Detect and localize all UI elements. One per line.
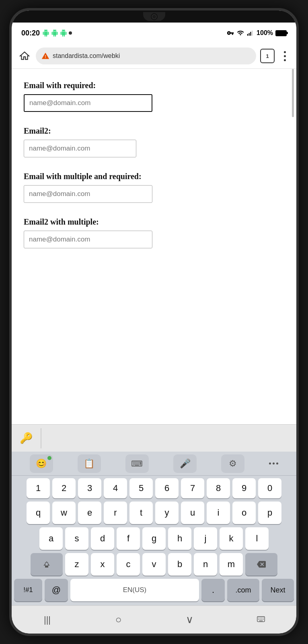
backspace-icon [256,560,267,569]
key-z[interactable]: z [65,553,88,576]
key-5[interactable]: 5 [129,478,153,498]
key-n[interactable]: n [194,553,217,576]
tab-button[interactable]: 1 [260,49,275,63]
email2-multiple-input[interactable] [24,231,152,248]
key-i[interactable]: i [207,502,230,524]
battery-icon [275,30,287,36]
key-3[interactable]: 3 [78,478,101,498]
key-e[interactable]: e [78,502,101,524]
android-icon-2 [51,29,58,37]
scrollbar-track [292,69,294,424]
key-b[interactable]: b [168,553,191,576]
keyboard-nav-icon [256,615,266,624]
email-required-input[interactable] [24,94,152,112]
key-a[interactable]: a [39,527,63,550]
svg-rect-3 [252,31,253,36]
key-u[interactable]: u [181,502,204,524]
key-8[interactable]: 8 [207,478,230,498]
battery-percent: 100% [257,29,273,37]
dotcom-key[interactable]: .com [227,579,259,601]
menu-dot-3 [284,59,286,61]
keyboard-switch-button[interactable]: ⌨ [125,454,149,473]
key-w[interactable]: w [52,502,76,524]
field1-label: Email with required: [24,81,284,90]
key-t[interactable]: t [129,502,153,524]
key-9[interactable]: 9 [232,478,256,498]
status-right: 100% [227,29,287,37]
shift-key[interactable] [31,553,63,576]
svg-rect-11 [261,619,262,620]
svg-rect-9 [258,619,259,620]
keyboard-toolbar: 😊 📋 ⌨ 🎤 ⚙ [12,452,296,476]
key-o[interactable]: o [232,502,256,524]
home-nav-button[interactable]: ○ [105,610,133,630]
backspace-key[interactable] [245,553,277,576]
key-c[interactable]: c [117,553,140,576]
address-bar[interactable]: standardista.com/webki [36,47,256,64]
more-dot-2 [273,462,275,464]
more-dot-3 [276,462,278,464]
signal-icon [247,29,254,37]
gear-icon: ⚙ [229,458,237,469]
key-q[interactable]: q [27,502,50,524]
key-g[interactable]: g [142,527,166,550]
field2-label: Email2: [24,126,284,136]
key-4[interactable]: 4 [104,478,127,498]
more-button[interactable] [269,462,278,464]
key-y[interactable]: y [155,502,179,524]
menu-dot-2 [284,55,286,57]
key-j[interactable]: j [194,527,217,550]
key-f[interactable]: f [117,527,140,550]
key-s[interactable]: s [65,527,88,550]
svg-rect-2 [250,32,251,36]
key-p[interactable]: p [258,502,281,524]
vpn-key-status-icon [227,29,234,37]
key-d[interactable]: d [91,527,114,550]
android-icon-1 [42,29,49,37]
key-l[interactable]: l [245,527,269,550]
key-v[interactable]: v [142,553,166,576]
email2-input[interactable] [24,140,136,157]
microphone-button[interactable]: 🎤 [173,454,197,473]
settings-button[interactable]: ⚙ [221,454,244,473]
svg-rect-13 [259,620,263,621]
email-multiple-required-input[interactable] [24,185,152,203]
keyboard-icon: ⌨ [131,459,143,469]
asdf-row: a s d f g h j k l [14,527,294,550]
key-m[interactable]: m [220,553,243,576]
key-0[interactable]: 0 [258,478,281,498]
key-x[interactable]: x [91,553,114,576]
svg-rect-12 [263,619,263,620]
key-6[interactable]: 6 [155,478,179,498]
key-h[interactable]: h [168,527,191,550]
space-key[interactable]: EN(US) [70,579,199,601]
phone-screen: 00:20 [12,10,296,634]
sym-key[interactable]: !#1 [14,579,42,601]
next-key[interactable]: Next [262,579,294,601]
keyboard-nav-button[interactable] [247,610,275,630]
key-k[interactable]: k [220,527,243,550]
wifi-icon [236,29,244,37]
at-key[interactable]: @ [45,579,68,601]
svg-rect-6 [260,617,261,618]
key-1[interactable]: 1 [27,478,50,498]
period-key[interactable]: . [201,579,225,601]
key-7[interactable]: 7 [181,478,204,498]
android-icon-3 [60,29,67,37]
scrollbar-thumb[interactable] [292,69,294,117]
vpn-key-icon: 🔑 [20,432,33,444]
zxcv-row: z x c v b n m [14,553,294,576]
recent-nav-button[interactable]: ∨ [176,610,204,630]
key-r[interactable]: r [104,502,127,524]
home-button[interactable] [17,49,32,63]
menu-button[interactable] [279,49,291,63]
warning-icon [41,52,49,60]
back-nav-button[interactable]: ||| [33,610,62,630]
phone-top-bar [12,10,296,23]
web-content: Email with required: Email2: Email with … [12,69,296,424]
key-2[interactable]: 2 [52,478,76,498]
emoji-button[interactable]: 😊 [30,454,53,473]
bottom-nav: ||| ○ ∨ [12,605,296,634]
shift-icon [42,559,51,569]
clipboard-button[interactable]: 📋 [78,454,101,473]
